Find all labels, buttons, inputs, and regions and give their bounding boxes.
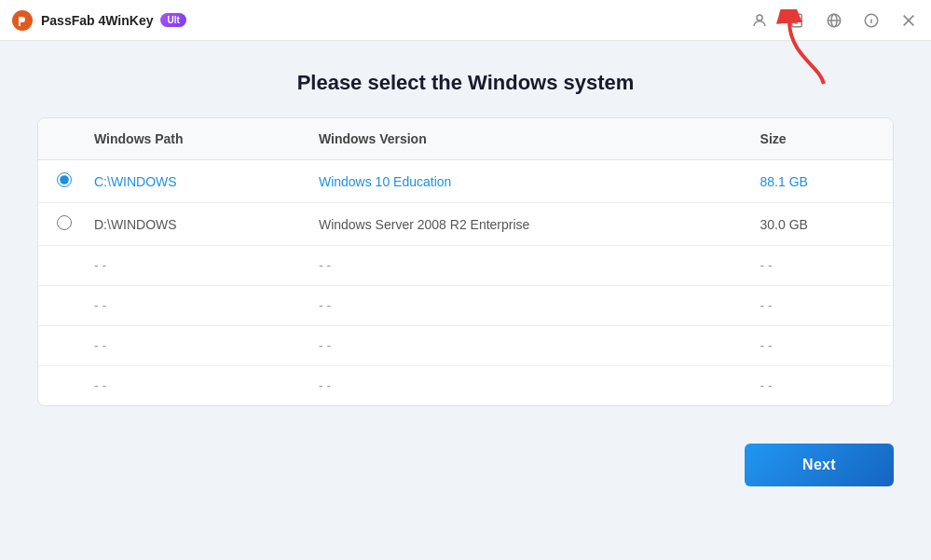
radio-cell[interactable] — [38, 366, 75, 406]
titlebar-left: PassFab 4WinKey Ult — [11, 9, 186, 32]
version-cell: - - — [300, 326, 742, 366]
version-cell: Windows 10 Education — [300, 160, 742, 203]
row-radio-0[interactable] — [57, 172, 72, 187]
version-cell: Windows Server 2008 R2 Enterprise — [300, 203, 742, 246]
table-row[interactable]: C:\WINDOWSWindows 10 Education88.1 GB — [38, 160, 893, 203]
close-icon[interactable] — [897, 9, 920, 32]
table-row[interactable]: - -- -- - — [38, 366, 893, 406]
col-header-radio — [38, 118, 75, 160]
bottom-bar: Next — [0, 429, 931, 501]
titlebar-right — [748, 9, 920, 32]
path-cell: - - — [75, 326, 300, 366]
table-row[interactable]: - -- -- - — [38, 246, 893, 286]
next-button[interactable]: Next — [745, 444, 894, 486]
radio-cell[interactable] — [38, 286, 75, 326]
path-cell: D:\WINDOWS — [75, 203, 300, 246]
app-logo — [11, 9, 34, 32]
path-cell: - - — [75, 286, 300, 326]
col-header-size: Size — [742, 118, 893, 160]
main-content: Please select the Windows system Windows… — [0, 41, 931, 429]
version-cell: - - — [300, 366, 742, 406]
windows-table: Windows Path Windows Version Size C:\WIN… — [37, 117, 894, 406]
size-cell: - - — [742, 246, 893, 286]
col-header-path: Windows Path — [75, 118, 300, 160]
path-cell: C:\WINDOWS — [75, 160, 300, 203]
size-cell: - - — [742, 326, 893, 366]
path-cell: - - — [75, 366, 300, 406]
radio-cell[interactable] — [38, 326, 75, 366]
size-cell: 30.0 GB — [742, 203, 893, 246]
globe-icon[interactable] — [823, 9, 845, 32]
col-header-version: Windows Version — [300, 118, 742, 160]
ult-badge: Ult — [160, 13, 185, 27]
table-header-row: Windows Path Windows Version Size — [38, 118, 893, 160]
radio-cell[interactable] — [38, 203, 75, 246]
radio-cell[interactable] — [38, 160, 75, 203]
table-row[interactable]: D:\WINDOWSWindows Server 2008 R2 Enterpr… — [38, 203, 893, 246]
edit-icon[interactable] — [786, 9, 808, 32]
table-row[interactable]: - -- -- - — [38, 286, 893, 326]
version-cell: - - — [300, 246, 742, 286]
size-cell: - - — [742, 366, 893, 406]
radio-cell[interactable] — [38, 246, 75, 286]
svg-rect-1 — [19, 22, 21, 26]
svg-point-2 — [757, 15, 762, 20]
table-row[interactable]: - -- -- - — [38, 326, 893, 366]
app-name: PassFab 4WinKey — [41, 13, 153, 28]
size-cell: 88.1 GB — [742, 160, 893, 203]
row-radio-1[interactable] — [57, 215, 72, 230]
user-icon[interactable] — [748, 9, 771, 32]
page-title: Please select the Windows system — [37, 71, 894, 95]
svg-point-12 — [871, 17, 872, 18]
info-icon[interactable] — [860, 9, 883, 32]
size-cell: - - — [742, 286, 893, 326]
path-cell: - - — [75, 246, 300, 286]
titlebar: PassFab 4WinKey Ult — [0, 0, 931, 41]
version-cell: - - — [300, 286, 742, 326]
